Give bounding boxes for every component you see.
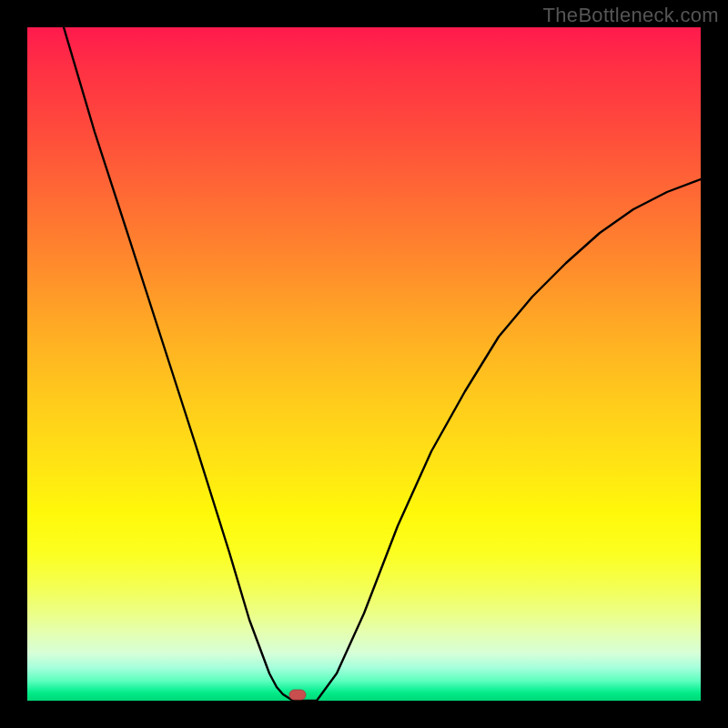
plot-area (27, 27, 701, 701)
watermark-text: TheBottleneck.com (543, 4, 719, 27)
curve-svg (27, 27, 701, 701)
bottleneck-curve (64, 27, 701, 701)
minimum-marker (289, 690, 306, 700)
